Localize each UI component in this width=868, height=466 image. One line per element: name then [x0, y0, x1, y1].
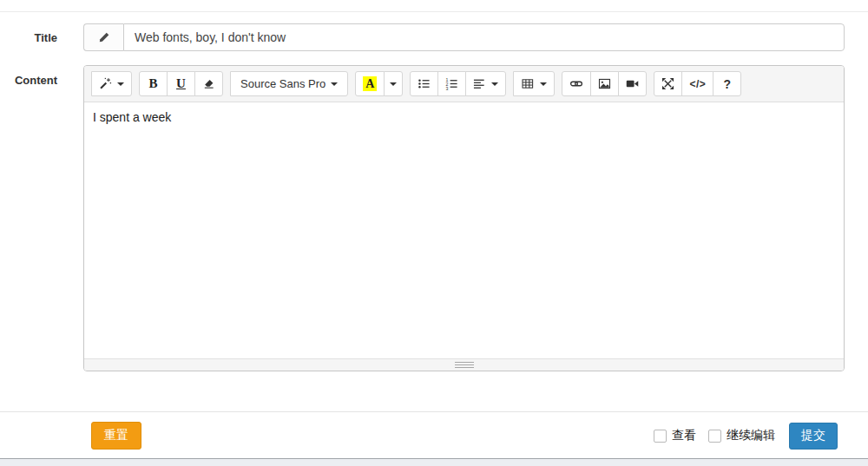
top-divider	[0, 11, 868, 12]
title-addon	[83, 23, 123, 51]
resize-handle[interactable]	[455, 362, 474, 368]
footer-right-controls: 查看 继续编辑 提交	[654, 422, 838, 450]
ordered-list-button[interactable]: 1 2 3	[437, 71, 466, 96]
caret-down-icon	[540, 82, 547, 86]
link-icon	[569, 77, 583, 90]
codeview-label: </>	[689, 78, 706, 90]
help-button[interactable]: ?	[713, 71, 741, 96]
fullscreen-icon	[661, 77, 674, 90]
link-button[interactable]	[562, 71, 591, 96]
font-style-group: B U	[139, 71, 223, 96]
codeview-button[interactable]: </>	[681, 71, 713, 96]
color-label: A	[363, 76, 377, 91]
caret-down-icon	[117, 82, 124, 86]
continue-edit-checkbox[interactable]	[708, 430, 721, 443]
table-icon	[521, 77, 535, 90]
editor-statusbar	[84, 358, 844, 371]
font-family-group: Source Sans Pro	[230, 71, 348, 96]
align-left-icon	[473, 77, 486, 90]
video-button[interactable]	[618, 71, 647, 96]
eraser-icon	[202, 77, 215, 90]
table-button[interactable]	[513, 71, 555, 96]
color-group: A	[355, 71, 403, 96]
underline-label: U	[176, 76, 186, 91]
table-group	[513, 71, 555, 96]
title-input[interactable]	[123, 23, 845, 51]
help-label: ?	[723, 77, 731, 91]
paragraph-group: 1 2 3	[410, 71, 506, 96]
unordered-list-button[interactable]	[410, 71, 438, 96]
font-color-button[interactable]: A	[355, 71, 385, 96]
unordered-list-icon	[418, 77, 431, 90]
title-label: Title	[0, 31, 57, 44]
bottom-section-edge	[0, 458, 868, 466]
bold-label: B	[148, 76, 157, 91]
picture-icon	[598, 77, 611, 90]
color-dropdown-button[interactable]	[384, 71, 403, 96]
font-family-label: Source Sans Pro	[240, 77, 326, 90]
caret-down-icon	[390, 82, 397, 86]
style-dropdown-button[interactable]	[91, 71, 132, 96]
underline-button[interactable]: U	[167, 71, 195, 96]
fullscreen-button[interactable]	[654, 71, 682, 96]
style-group	[91, 71, 132, 96]
continue-edit-checkbox-label: 继续编辑	[727, 428, 775, 443]
content-label: Content	[0, 74, 57, 87]
font-family-dropdown[interactable]: Source Sans Pro	[230, 71, 348, 96]
editor-toolbar: B U Source Sans Pro A	[84, 66, 844, 102]
video-icon	[626, 77, 639, 90]
insert-group	[562, 71, 647, 96]
ordered-list-icon: 1 2 3	[445, 77, 458, 90]
caret-down-icon	[491, 82, 498, 86]
view-checkbox-label: 查看	[672, 428, 696, 443]
rich-text-editor: B U Source Sans Pro A	[83, 65, 845, 371]
title-input-group	[83, 23, 845, 51]
editor-content-area[interactable]: I spent a week	[84, 102, 844, 358]
magic-wand-icon	[99, 77, 112, 90]
pencil-icon	[98, 31, 110, 43]
clear-format-button[interactable]	[194, 71, 223, 96]
caret-down-icon	[331, 82, 338, 86]
footer-divider	[0, 411, 868, 412]
svg-text:3: 3	[446, 86, 449, 90]
paragraph-align-button[interactable]	[465, 71, 506, 96]
bold-button[interactable]: B	[139, 71, 168, 96]
picture-button[interactable]	[590, 71, 619, 96]
reset-button[interactable]: 重置	[91, 422, 141, 450]
view-group: </> ?	[654, 71, 741, 96]
submit-button[interactable]: 提交	[789, 423, 838, 450]
view-checkbox[interactable]	[654, 430, 667, 443]
